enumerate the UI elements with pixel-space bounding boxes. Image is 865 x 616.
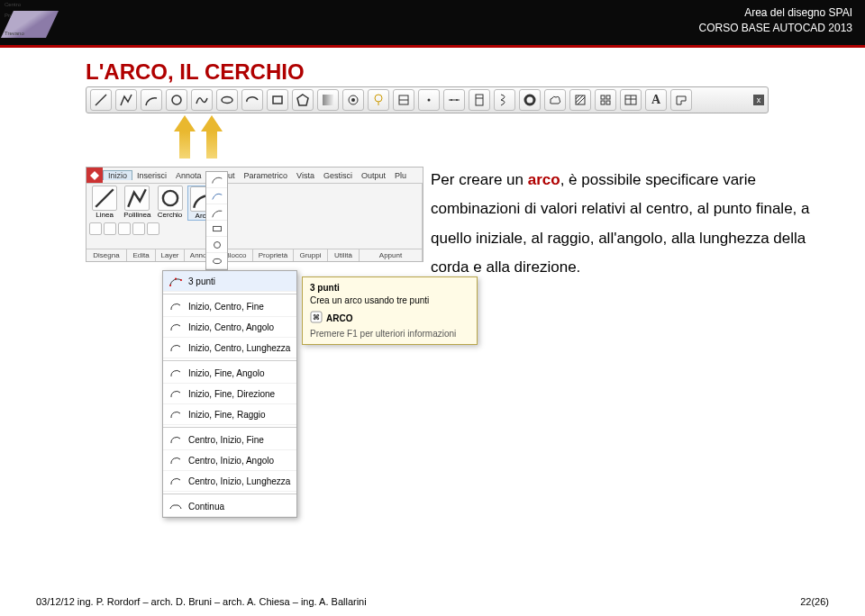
tab-plugins[interactable]: Plu [390,171,411,180]
sm-icon-3[interactable] [118,222,131,235]
arc-cont-icon [167,499,185,513]
arc-menu-cia[interactable]: Centro, Inizio, Angolo [163,450,296,471]
tab-parametrico[interactable]: Parametrico [240,171,293,180]
arc-menu-label-4: Inizio, Fine, Angolo [188,368,265,378]
arrow-circle-icon [201,115,223,159]
logo-line1: Centro [5,2,21,7]
rect-icon[interactable] [267,89,288,111]
text-a-icon[interactable]: A [645,89,667,111]
line-icon[interactable] [90,89,112,111]
flyout-arc-1[interactable] [206,172,227,188]
tooltip-3punti: 3 punti Crea un arco usando tre punti ⌘ … [302,276,478,345]
polygon-icon[interactable] [292,89,314,111]
body-pre: Per creare un [431,171,528,188]
page-footer: 03/12/12 ing. P. Rordorf – arch. D. Brun… [36,596,829,607]
cloud-icon[interactable] [544,89,566,111]
arc-menu-icf[interactable]: Inizio, Centro, Fine [163,296,296,317]
flyout-arc-2[interactable] [206,188,227,204]
circle-icon[interactable] [166,89,187,111]
ribbon-polilinea-label: Polilinea [123,211,150,219]
sm-icon-2[interactable] [104,222,116,235]
arc-icon[interactable] [141,89,162,111]
gradient-icon[interactable] [317,89,339,111]
tab-annota[interactable]: Annota [171,171,206,180]
spline-icon[interactable] [191,89,213,111]
arc-menu-ifr[interactable]: Inizio, Fine, Raggio [163,404,296,425]
header-band: Centro Professionale Trevano Area del di… [0,0,865,45]
header-right: Area del disegno SPAI CORSO BASE AUTOCAD… [698,0,865,36]
flyout-arc-3[interactable] [206,204,227,221]
sm-icon-5[interactable] [147,222,159,235]
ribbon-cerchio-button[interactable]: Cerchio [154,186,185,221]
target-icon[interactable] [342,89,364,111]
highlight-arrows [174,115,223,159]
toolbar-close-icon[interactable]: x [753,95,764,105]
divide-icon[interactable] [443,89,465,111]
ellipse-arc-icon[interactable] [241,89,263,111]
svg-point-18 [525,95,534,104]
hatch-icon[interactable] [569,89,591,111]
arc-menu-ifa[interactable]: Inizio, Fine, Angolo [163,363,296,384]
arc-menu-cif[interactable]: Centro, Inizio, Fine [163,430,296,450]
svg-rect-16 [476,95,483,105]
table-icon[interactable] [620,89,642,111]
svg-line-22 [578,97,585,104]
lamp-icon[interactable] [368,89,389,111]
svg-rect-24 [606,95,610,99]
point-icon[interactable] [418,89,440,111]
ribbon-footer: Disegna Edita Layer Anno... Blocco Propr… [86,249,423,261]
arc-menu-3punti[interactable]: 3 punti [163,271,296,292]
flyout-ellipse[interactable] [206,253,227,269]
ellipse-icon[interactable] [216,89,238,111]
svg-point-1 [172,95,181,104]
arc-ifr-icon [167,407,185,421]
app-icon[interactable] [86,168,103,183]
region-icon[interactable] [670,89,692,111]
arc-menu-continua[interactable]: Continua [163,496,296,517]
arc-menu-label-6: Inizio, Fine, Raggio [188,410,266,420]
arc-menu-label-10: Continua [188,502,224,512]
svg-point-7 [351,98,355,102]
tab-vista[interactable]: Vista [292,171,319,180]
sm-icon-4[interactable] [132,222,145,235]
svg-point-36 [213,258,221,263]
tab-output[interactable]: Output [357,171,390,180]
svg-point-15 [456,99,458,101]
arc-menu-label-5: Inizio, Fine, Direzione [188,389,275,399]
block-icon[interactable] [393,89,414,111]
svg-marker-31 [90,171,99,180]
arc-cil-icon [167,474,185,488]
tab-gestisci[interactable]: Gestisci [319,171,357,180]
svg-point-38 [175,278,177,280]
flyout-circle[interactable] [206,237,227,253]
svg-rect-25 [601,101,605,104]
helix-icon[interactable] [494,89,515,111]
logo-line3: Trevano [5,31,24,36]
pline-icon[interactable] [115,89,137,111]
flyout-rect[interactable] [206,221,227,237]
arc-menu-ifd[interactable]: Inizio, Fine, Direzione [163,384,296,404]
arc-cia-icon [167,453,185,467]
footer-left: 03/12/12 ing. P. Rordorf – arch. D. Brun… [36,596,367,607]
donut-icon[interactable] [519,89,541,111]
draw-toolbar: A x [86,86,769,113]
tab-inizio[interactable]: Inizio [103,170,132,180]
arc-cif-icon [167,432,185,447]
svg-line-32 [96,189,114,207]
arc-menu-ica[interactable]: Inizio, Centro, Angolo [163,317,296,338]
sm-icon-1[interactable] [89,222,102,235]
svg-point-39 [180,279,182,281]
arc-menu-cil[interactable]: Centro, Inizio, Lunghezza [163,471,296,492]
arc-menu: 3 punti Inizio, Centro, Fine Inizio, Cen… [162,270,297,518]
header-right-line2: CORSO BASE AUTOCAD 2013 [698,21,852,36]
tab-inserisci[interactable]: Inserisci [132,171,171,180]
svg-point-37 [169,285,171,286]
tooltip-title: 3 punti [310,283,469,293]
svg-rect-19 [576,95,585,104]
pattern-icon[interactable] [595,89,616,111]
ribbon-polilinea-button[interactable]: Polilinea [122,186,152,221]
ribbon-linea-label: Linea [96,211,114,219]
measure-icon[interactable] [469,89,490,111]
ribbon-linea-button[interactable]: Linea [89,186,120,221]
arc-menu-icl[interactable]: Inizio, Centro, Lunghezza [163,338,296,358]
